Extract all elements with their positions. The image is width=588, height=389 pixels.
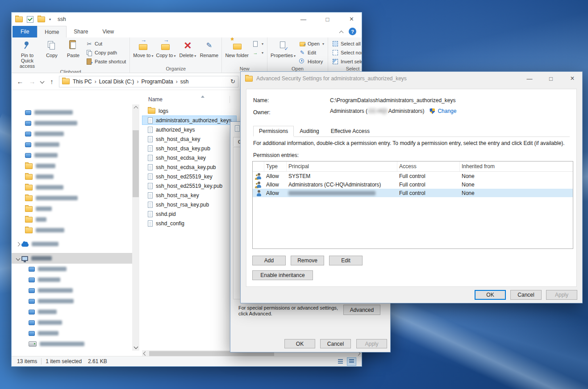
ribbon-button-select-none[interactable]: Select none <box>330 48 362 57</box>
security-tab-permissions[interactable]: Permissions <box>253 126 294 137</box>
sidebar-item[interactable] <box>12 317 132 328</box>
sidebar-item[interactable] <box>12 239 132 249</box>
ribbon-button-history[interactable]: History <box>297 57 326 66</box>
ribbon-button-properties[interactable]: Properties▾ <box>269 38 297 66</box>
up-icon[interactable]: ↑ <box>47 77 57 87</box>
sidebar-item[interactable] <box>12 193 132 203</box>
ribbon-button-rename[interactable]: Rename <box>198 38 220 66</box>
ribbon-button-move-to[interactable]: Move to▾ <box>132 38 154 66</box>
tab-share[interactable]: Share <box>67 26 95 37</box>
ribbon-button-select-all[interactable]: Select all <box>330 39 362 48</box>
ribbon-button-paste-shortcut[interactable]: Paste shortcut <box>84 57 128 66</box>
sidebar-item[interactable] <box>12 214 132 225</box>
breadcrumb-item-ssh[interactable]: ssh <box>179 79 190 85</box>
sidebar-item[interactable] <box>12 118 132 128</box>
permission-row[interactable]: AllowAdministrators (CC-HQ\Administrator… <box>253 180 573 189</box>
change-owner-link[interactable]: Change <box>438 108 456 114</box>
ribbon-button-new-folder[interactable]: New folder <box>224 38 250 66</box>
recent-locations-icon[interactable] <box>39 77 45 87</box>
sidebar-item[interactable] <box>12 339 132 349</box>
ribbon-button-copy[interactable]: Copy <box>41 38 63 69</box>
ribbon-button-open[interactable]: Open▾ <box>297 39 326 48</box>
column-header-principal[interactable]: Principal <box>287 161 397 171</box>
security-tab-auditing[interactable]: Auditing <box>294 126 325 137</box>
sidebar-item[interactable] <box>12 264 132 274</box>
ribbon-button-cut[interactable]: Cut <box>84 39 128 48</box>
sidebar-item[interactable] <box>12 161 132 171</box>
ribbon-button-copy-to[interactable]: Copy to▾ <box>154 38 177 66</box>
breadcrumb-item-local-disk-c[interactable]: Local Disk (C:) <box>98 79 136 85</box>
ribbon-button-pin-to-quick-access[interactable]: Pin to Quick access <box>13 38 41 69</box>
sidebar-item[interactable] <box>12 253 132 264</box>
sidebar-item[interactable] <box>12 182 132 193</box>
props-ok-button[interactable]: OK <box>284 339 315 348</box>
file-row-ssh-host-ed25519-key[interactable]: ssh_host_ed25519_key <box>142 172 218 181</box>
chevron-right-icon[interactable] <box>14 243 21 246</box>
breadcrumb-item-programdata[interactable]: ProgramData <box>140 79 174 85</box>
minimize-button[interactable]: — <box>521 72 538 85</box>
file-row-ssh-host-dsa-key-pub[interactable]: ssh_host_dsa_key.pub <box>142 144 216 153</box>
sidebar-item[interactable] <box>12 128 132 139</box>
sidebar-item[interactable] <box>12 285 132 296</box>
add-button[interactable]: Add <box>252 256 286 265</box>
props-cancel-button[interactable]: Cancel <box>320 339 351 348</box>
apply-button[interactable]: Apply <box>546 290 577 300</box>
props-apply-button[interactable]: Apply <box>356 339 387 348</box>
close-button[interactable]: × <box>563 72 581 85</box>
tab-home[interactable]: Home <box>37 26 67 37</box>
file-row-ssh-host-ecdsa-key[interactable]: ssh_host_ecdsa_key <box>142 153 211 162</box>
ok-button[interactable]: OK <box>475 290 506 300</box>
remove-button[interactable]: Remove <box>291 256 324 265</box>
qat-properties-icon[interactable] <box>27 16 33 23</box>
maximize-button[interactable]: □ <box>317 13 338 26</box>
file-row-ssh-host-ecdsa-key-pub[interactable]: ssh_host_ecdsa_key.pub <box>142 162 221 172</box>
file-row-sshd-config[interactable]: sshd_config <box>142 219 190 228</box>
permission-row[interactable]: AllowSYSTEMFull controlNone <box>253 172 573 180</box>
chevron-down-icon[interactable] <box>14 257 21 260</box>
scroll-up-icon[interactable] <box>132 105 139 112</box>
ribbon-button-delete[interactable]: Delete▾ <box>177 38 198 66</box>
permission-row[interactable]: AllowFull controlNone <box>253 189 573 197</box>
ribbon-button-edit[interactable]: Edit <box>297 48 326 57</box>
close-button[interactable]: × <box>342 13 362 26</box>
file-row-ssh-host-rsa-key-pub[interactable]: ssh_host_rsa_key.pub <box>142 200 214 209</box>
qat-new-folder-icon[interactable] <box>38 17 45 22</box>
column-header-access[interactable]: Access <box>397 161 460 171</box>
file-row-administrators-authorized-keys[interactable]: administrators_authorized_keys <box>142 116 237 125</box>
file-row-sshd-pid[interactable]: sshd.pid <box>142 209 181 219</box>
column-divider[interactable] <box>229 96 230 103</box>
column-header-inherited-from[interactable]: Inherited from <box>460 161 573 171</box>
file-row-authorized-keys[interactable]: authorized_keys <box>142 125 200 134</box>
maximize-button[interactable]: □ <box>542 72 560 85</box>
ribbon-button-paste[interactable]: Paste <box>63 38 84 69</box>
sidebar-item[interactable] <box>12 328 132 339</box>
sidebar-item[interactable] <box>12 274 132 285</box>
advanced-button[interactable]: Advanced <box>343 305 380 315</box>
edit-button[interactable]: Edit <box>329 256 363 265</box>
sidebar-item[interactable] <box>12 171 132 182</box>
breadcrumb-item-this-pc[interactable]: This PC <box>71 79 93 85</box>
sidebar-scrollbar[interactable] <box>132 104 139 351</box>
sidebar-item[interactable] <box>12 107 132 118</box>
help-icon[interactable]: ? <box>349 28 356 35</box>
scroll-down-icon[interactable] <box>132 343 139 350</box>
ribbon-button-copy-path[interactable]: Copy path <box>84 48 128 57</box>
breadcrumb-field[interactable]: This PC›Local Disk (C:)›ProgramData›ssh … <box>59 76 238 87</box>
sidebar-item[interactable] <box>12 139 132 150</box>
file-row-ssh-host-rsa-key[interactable]: ssh_host_rsa_key <box>142 190 204 200</box>
tab-file[interactable]: File <box>13 26 37 37</box>
enable-inheritance-button[interactable]: Enable inheritance <box>252 270 313 280</box>
scrollbar-thumb[interactable] <box>133 130 139 197</box>
cancel-button[interactable]: Cancel <box>510 290 542 300</box>
ribbon-button-new-item[interactable]: ▾ <box>250 39 265 48</box>
sidebar-item[interactable] <box>12 306 132 317</box>
security-tab-effective-access[interactable]: Effective Access <box>325 126 375 137</box>
ribbon-collapse-icon[interactable] <box>340 29 343 36</box>
large-icons-view-button[interactable] <box>347 357 356 366</box>
column-header-type[interactable]: Type <box>264 161 287 171</box>
minimize-button[interactable]: — <box>293 13 313 26</box>
file-row-ssh-host-dsa-key[interactable]: ssh_host_dsa_key <box>142 134 205 144</box>
sidebar-item[interactable] <box>12 225 132 236</box>
sidebar-item[interactable] <box>12 296 132 306</box>
ribbon-button-easy-access[interactable]: ▾ <box>250 48 265 57</box>
